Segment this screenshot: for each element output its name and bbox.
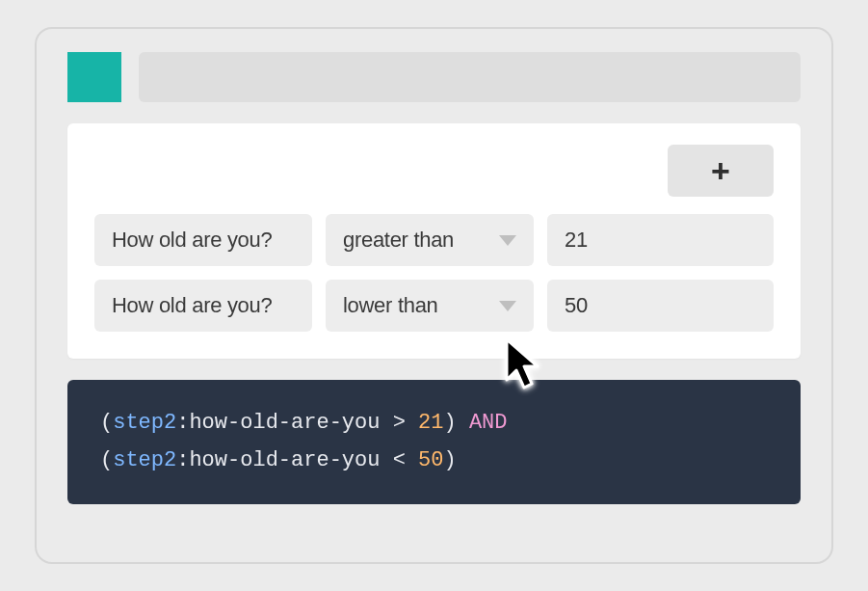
condition-row: How old are you? greater than 21 [94,214,774,266]
operator-select[interactable]: lower than [326,280,534,332]
operator-label: greater than [343,228,454,253]
add-condition-button[interactable]: + [668,145,774,197]
step-title-input[interactable] [139,52,801,102]
step-color-swatch[interactable] [67,52,121,102]
field-select[interactable]: How old are you? [94,214,312,266]
builder-card: + How old are you? greater than 21 How o… [35,27,833,564]
chevron-down-icon [499,235,516,246]
code-preview: (step2:how-old-are-you > 21) AND (step2:… [67,380,801,504]
field-label: How old are you? [112,293,272,318]
field-label: How old are you? [112,228,272,253]
operator-label: lower than [343,293,438,318]
header-row [67,52,801,102]
chevron-down-icon [499,301,516,311]
value-input[interactable]: 21 [547,214,774,266]
plus-icon: + [711,152,730,190]
code-line: (step2:how-old-are-you > 21) AND [100,405,768,443]
value-text: 21 [565,228,588,253]
value-text: 50 [565,293,588,318]
operator-select[interactable]: greater than [326,214,534,266]
panel-toolbar: + [94,145,774,197]
conditions-panel: + How old are you? greater than 21 How o… [67,123,801,359]
condition-row: How old are you? lower than 50 [94,280,774,332]
field-select[interactable]: How old are you? [94,280,312,332]
value-input[interactable]: 50 [547,280,774,332]
code-line: (step2:how-old-are-you < 50) [100,443,768,480]
